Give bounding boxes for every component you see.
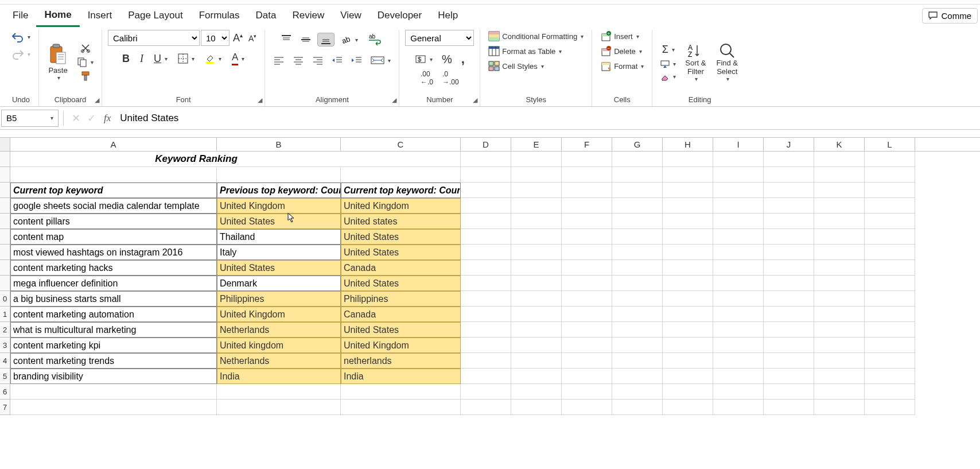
comma-button[interactable]: , <box>459 51 467 68</box>
cell[interactable]: Netherlands <box>217 322 341 338</box>
cell[interactable] <box>814 167 865 183</box>
cell[interactable] <box>612 353 663 369</box>
cell[interactable] <box>562 276 612 291</box>
font-size-select[interactable]: 10 <box>201 30 230 46</box>
tab-help[interactable]: Help <box>430 5 466 26</box>
cell[interactable] <box>865 152 915 167</box>
cell[interactable] <box>562 260 612 276</box>
cell[interactable] <box>865 245 915 260</box>
cell[interactable] <box>814 183 865 198</box>
cell[interactable] <box>764 214 814 229</box>
cell[interactable] <box>814 353 865 369</box>
format-as-table-button[interactable]: Format as Table ▾ <box>486 45 564 57</box>
percent-button[interactable]: % <box>440 52 454 67</box>
cell[interactable] <box>814 245 865 260</box>
column-header-F[interactable]: F <box>562 138 612 151</box>
cell[interactable] <box>511 353 562 369</box>
alignment-launcher[interactable]: ◢ <box>392 96 396 104</box>
cell[interactable] <box>511 384 562 400</box>
cell[interactable]: India <box>217 369 341 384</box>
column-header-G[interactable]: G <box>612 138 663 151</box>
cell[interactable] <box>461 276 511 291</box>
cell[interactable] <box>612 384 663 400</box>
font-launcher[interactable]: ◢ <box>258 96 262 104</box>
cell[interactable] <box>814 214 865 229</box>
cell[interactable]: Philippines <box>217 291 341 307</box>
cell[interactable] <box>663 167 713 183</box>
increase-indent-button[interactable] <box>349 55 365 66</box>
column-header-C[interactable]: C <box>341 138 461 151</box>
font-color-button[interactable]: A ▾ <box>230 51 247 67</box>
cell[interactable]: mega influencer definition <box>10 276 217 291</box>
name-box[interactable]: B5 ▾ <box>1 110 59 127</box>
cell[interactable]: United States <box>217 260 341 276</box>
cell[interactable]: content marketing hacks <box>10 260 217 276</box>
row-header[interactable]: 2 <box>0 322 10 338</box>
number-format-select[interactable]: General <box>405 30 474 46</box>
cell[interactable] <box>10 167 217 183</box>
cell[interactable] <box>461 369 511 384</box>
cell[interactable]: United Kingdom <box>217 198 341 214</box>
cell[interactable] <box>511 245 562 260</box>
cell[interactable] <box>663 260 713 276</box>
cell[interactable] <box>764 229 814 245</box>
cell[interactable]: United States <box>341 229 461 245</box>
cell[interactable] <box>663 198 713 214</box>
cell[interactable] <box>562 183 612 198</box>
cell[interactable] <box>612 260 663 276</box>
align-middle-button[interactable] <box>298 33 314 46</box>
cell[interactable] <box>612 276 663 291</box>
fx-icon[interactable]: fx <box>99 113 115 124</box>
clear-button[interactable]: ▾ <box>658 72 678 82</box>
cell[interactable] <box>814 338 865 353</box>
cell[interactable] <box>461 167 511 183</box>
cell[interactable] <box>562 338 612 353</box>
cell[interactable] <box>562 198 612 214</box>
cell[interactable] <box>217 384 341 400</box>
cell[interactable] <box>865 291 915 307</box>
formula-input[interactable] <box>115 110 980 127</box>
cell[interactable] <box>865 167 915 183</box>
decrease-indent-button[interactable] <box>329 55 345 66</box>
format-painter-button[interactable] <box>75 69 96 82</box>
cell[interactable] <box>663 353 713 369</box>
find-select-button[interactable]: Find &Select ▾ <box>713 40 741 84</box>
cell[interactable] <box>814 152 865 167</box>
column-header-E[interactable]: E <box>511 138 562 151</box>
cell[interactable] <box>764 260 814 276</box>
row-header[interactable] <box>0 245 10 260</box>
cell[interactable]: branding visibility <box>10 369 217 384</box>
cell[interactable] <box>612 322 663 338</box>
cell[interactable] <box>663 307 713 322</box>
cell[interactable] <box>713 400 764 415</box>
cell[interactable] <box>713 384 764 400</box>
tab-file[interactable]: File <box>5 5 36 26</box>
cell[interactable] <box>612 229 663 245</box>
cell[interactable] <box>461 183 511 198</box>
tab-page-layout[interactable]: Page Layout <box>120 5 190 26</box>
cell[interactable] <box>814 322 865 338</box>
cell[interactable]: United States <box>341 276 461 291</box>
cell[interactable] <box>511 229 562 245</box>
cell[interactable]: United States <box>341 245 461 260</box>
row-header[interactable] <box>0 229 10 245</box>
cell[interactable] <box>511 338 562 353</box>
cell[interactable] <box>663 291 713 307</box>
cell[interactable]: Denmark <box>217 276 341 291</box>
cell[interactable] <box>461 198 511 214</box>
cell[interactable] <box>713 183 764 198</box>
cell[interactable] <box>461 307 511 322</box>
cell[interactable] <box>663 152 713 167</box>
underline-button[interactable]: U▾ <box>151 52 170 66</box>
cell[interactable] <box>562 167 612 183</box>
cell[interactable] <box>612 152 663 167</box>
cell[interactable] <box>865 276 915 291</box>
cell[interactable] <box>663 229 713 245</box>
cell[interactable] <box>341 167 461 183</box>
cell[interactable] <box>764 152 814 167</box>
cell-styles-button[interactable]: Cell Styles ▾ <box>486 60 546 72</box>
row-header[interactable] <box>0 198 10 214</box>
cell[interactable] <box>461 245 511 260</box>
cell[interactable] <box>663 338 713 353</box>
cell[interactable] <box>814 276 865 291</box>
